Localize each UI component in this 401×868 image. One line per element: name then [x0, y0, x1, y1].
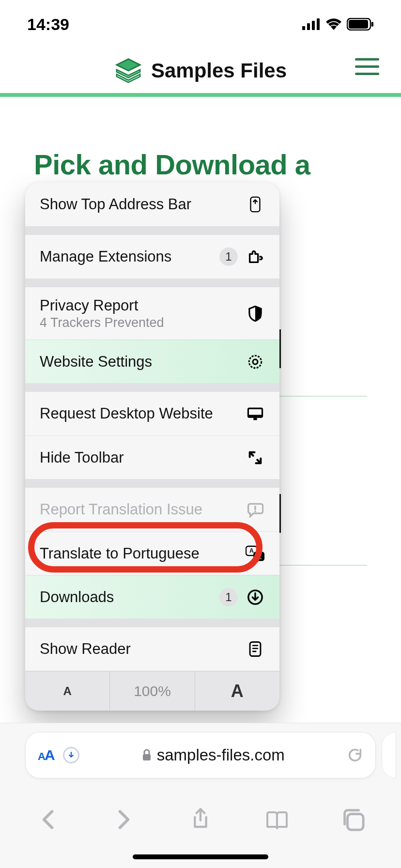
menu-label: Report Translation Issue — [40, 501, 238, 518]
svg-rect-3 — [317, 18, 320, 30]
lock-icon — [141, 749, 152, 761]
menu-label: Downloads — [40, 589, 212, 606]
menu-label: Show Top Address Bar — [40, 196, 238, 213]
zoom-in-button[interactable]: A — [195, 671, 279, 711]
url-host[interactable]: samples-files.com — [88, 746, 338, 764]
wifi-icon — [325, 18, 342, 30]
menu-label: Hide Toolbar — [40, 449, 238, 466]
menu-label: Privacy Report — [40, 297, 238, 314]
menu-privacy-report[interactable]: Privacy Report 4 Trackers Prevented — [25, 287, 279, 340]
menu-hide-toolbar[interactable]: Hide Toolbar — [25, 435, 279, 479]
gear-icon — [246, 354, 265, 370]
logo-icon — [114, 57, 142, 85]
svg-point-14 — [254, 511, 256, 512]
menu-label: Show Reader — [40, 640, 238, 658]
menu-subtitle: 4 Trackers Prevented — [40, 315, 238, 330]
status-bar: 14:39 — [0, 0, 401, 48]
hamburger-icon[interactable] — [355, 58, 379, 75]
menu-show-top-address-bar[interactable]: Show Top Address Bar — [25, 183, 279, 226]
brand[interactable]: Samples Files — [114, 57, 287, 85]
site-header: Samples Files — [0, 48, 401, 97]
menu-translate[interactable]: Translate to Portuguese A文 — [25, 531, 279, 575]
zoom-out-button[interactable]: A — [25, 671, 110, 711]
back-button[interactable] — [36, 807, 60, 832]
desktop-icon — [246, 405, 265, 422]
battery-icon — [347, 18, 374, 31]
phone-top-icon — [246, 196, 265, 213]
downloads-badge: 1 — [219, 588, 238, 606]
translate-icon: A文 — [246, 545, 265, 562]
svg-point-9 — [253, 359, 258, 364]
status-right — [302, 18, 374, 31]
extensions-badge: 1 — [219, 248, 238, 266]
zoom-bar: A 100% A — [25, 671, 279, 711]
svg-rect-0 — [302, 26, 305, 30]
menu-label: Request Desktop Website — [40, 405, 238, 422]
menu-request-desktop[interactable]: Request Desktop Website — [25, 392, 279, 435]
svg-rect-5 — [349, 20, 368, 29]
aa-menu-popover: Show Top Address Bar Manage Extensions 1… — [25, 183, 279, 711]
menu-report-translation: Report Translation Issue — [25, 488, 279, 531]
zoom-level[interactable]: 100% — [110, 671, 195, 711]
svg-rect-2 — [312, 21, 315, 30]
url-bar[interactable]: AA samples-files.com — [25, 732, 376, 778]
menu-website-settings[interactable]: Website Settings — [25, 340, 279, 383]
svg-rect-11 — [248, 415, 262, 417]
aa-menu-button[interactable]: AA — [38, 747, 54, 763]
status-time: 14:39 — [27, 15, 69, 34]
download-circle-icon — [246, 589, 265, 605]
bookmarks-button[interactable] — [265, 807, 289, 832]
svg-rect-26 — [348, 814, 364, 830]
menu-manage-extensions[interactable]: Manage Extensions 1 — [25, 235, 279, 279]
cellular-icon — [302, 18, 321, 30]
share-button[interactable] — [188, 807, 213, 832]
menu-show-reader[interactable]: Show Reader — [25, 627, 279, 671]
home-indicator — [133, 854, 268, 859]
expand-icon — [246, 450, 265, 466]
tabs-button[interactable] — [341, 807, 365, 832]
brand-text: Samples Files — [151, 59, 287, 82]
svg-text:文: 文 — [256, 553, 262, 560]
menu-downloads[interactable]: Downloads 1 — [25, 575, 279, 619]
svg-rect-1 — [307, 23, 310, 30]
menu-label: Website Settings — [40, 353, 238, 371]
svg-rect-12 — [253, 418, 257, 420]
refresh-icon[interactable] — [347, 747, 363, 763]
svg-rect-24 — [143, 754, 151, 760]
menu-label: Manage Extensions — [40, 248, 212, 265]
shield-icon — [246, 305, 265, 322]
reader-icon — [246, 641, 265, 657]
svg-point-8 — [249, 356, 262, 368]
menu-label: Translate to Portuguese — [40, 545, 238, 562]
safari-toolbar — [0, 798, 401, 841]
forward-button[interactable] — [112, 807, 136, 832]
puzzle-icon — [246, 248, 265, 265]
next-tab-peek[interactable] — [382, 732, 396, 778]
svg-text:A: A — [249, 547, 254, 554]
safari-bottom-chrome: AA samples-files.com — [0, 723, 401, 868]
svg-rect-6 — [371, 22, 373, 27]
report-bubble-icon — [246, 501, 265, 518]
download-indicator-icon[interactable] — [63, 747, 79, 763]
